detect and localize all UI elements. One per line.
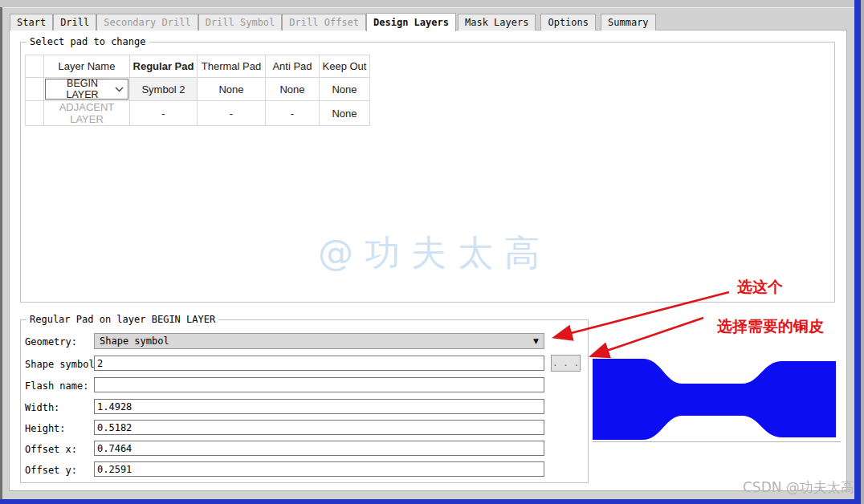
anti-pad-cell[interactable]: -	[266, 101, 320, 126]
dogbone-shape	[593, 359, 836, 440]
tab-options[interactable]: Options	[540, 14, 596, 30]
layer-pad-table: Layer Name Regular Pad Thermal Pad Anti …	[25, 55, 370, 126]
offset-x-input[interactable]	[94, 441, 544, 456]
tab-summary[interactable]: Summary	[601, 14, 656, 30]
window-left-edge	[0, 7, 2, 504]
begin-layer-combobox[interactable]: BEGIN LAYER	[45, 79, 128, 100]
tab-design-layers[interactable]: Design Layers	[366, 13, 456, 31]
select-pad-group-title: Select pad to change	[26, 36, 149, 47]
height-input[interactable]	[94, 420, 544, 435]
row-selector-header	[26, 55, 44, 78]
tab-mask-layers[interactable]: Mask Layers	[458, 14, 536, 30]
shape-symbol-input[interactable]	[94, 356, 544, 371]
tab-drill-symbol: Drill Symbol	[198, 14, 283, 30]
row-selector[interactable]	[26, 78, 44, 101]
geometry-label: Geometry:	[25, 336, 77, 348]
offset-x-label: Offset x:	[25, 444, 77, 455]
center-watermark: @功夫太高	[318, 230, 551, 277]
geometry-dropdown[interactable]: Shape symbol ▼	[94, 333, 544, 349]
browse-shape-button[interactable]: . . .	[551, 355, 581, 372]
window-right-blue-edge	[854, 0, 861, 504]
table-header-row: Layer Name Regular Pad Thermal Pad Anti …	[26, 55, 370, 78]
padstack-editor-window: Start Drill Secondary Drill Drill Symbol…	[0, 0, 864, 504]
regular-pad-group-title: Regular Pad on layer BEGIN LAYER	[26, 314, 218, 325]
regular-pad-cell[interactable]: -	[130, 101, 198, 126]
annotation-choose-this: 选这个	[737, 277, 783, 298]
offset-y-label: Offset y:	[25, 465, 77, 476]
annotation-select-copper: 选择需要的铜皮	[717, 316, 824, 337]
dropdown-arrow-icon: ▼	[533, 337, 539, 345]
offset-y-input[interactable]	[94, 461, 544, 477]
width-label: Width:	[25, 402, 59, 413]
preview-baseline	[593, 441, 841, 442]
col-keep-out: Keep Out	[320, 55, 370, 78]
flash-name-input[interactable]	[94, 377, 544, 392]
col-layer-name: Layer Name	[44, 55, 130, 78]
begin-layer-label: BEGIN LAYER	[50, 78, 115, 100]
chevron-down-icon	[115, 83, 124, 95]
tab-secondary-drill: Secondary Drill	[96, 14, 198, 30]
width-input[interactable]	[94, 399, 544, 414]
tab-start[interactable]: Start	[10, 14, 53, 30]
copper-shape-preview	[593, 357, 836, 441]
layer-name-cell: BEGIN LAYER	[44, 78, 130, 101]
table-row: BEGIN LAYER Symbol 2 None None None	[26, 78, 370, 101]
keep-out-cell[interactable]: None	[320, 101, 370, 126]
layer-name-cell: ADJACENT LAYER	[44, 101, 130, 126]
col-anti-pad: Anti Pad	[266, 55, 320, 78]
window-top-edge	[0, 0, 864, 8]
tab-drill[interactable]: Drill	[53, 14, 96, 30]
geometry-value: Shape symbol	[100, 335, 169, 347]
window-bottom-blue-edge	[0, 499, 861, 504]
shape-symbol-label: Shape symbol:	[25, 359, 100, 370]
thermal-pad-cell[interactable]: -	[198, 101, 266, 126]
col-regular-pad: Regular Pad	[130, 55, 198, 78]
keep-out-cell[interactable]: None	[320, 78, 370, 101]
row-selector[interactable]	[26, 101, 44, 126]
window-right-edge	[861, 0, 864, 504]
tab-bar: Start Drill Secondary Drill Drill Symbol…	[10, 13, 656, 30]
col-thermal-pad: Thermal Pad	[198, 55, 266, 78]
thermal-pad-cell[interactable]: None	[198, 78, 266, 101]
tab-drill-offset: Drill Offset	[282, 14, 366, 30]
regular-pad-cell[interactable]: Symbol 2	[130, 78, 198, 101]
csdn-watermark: CSDN @功夫太高	[743, 478, 854, 497]
flash-name-label: Flash name:	[25, 380, 88, 392]
height-label: Height:	[25, 423, 66, 434]
anti-pad-cell[interactable]: None	[266, 78, 320, 101]
table-row: ADJACENT LAYER - - - None	[26, 101, 370, 126]
